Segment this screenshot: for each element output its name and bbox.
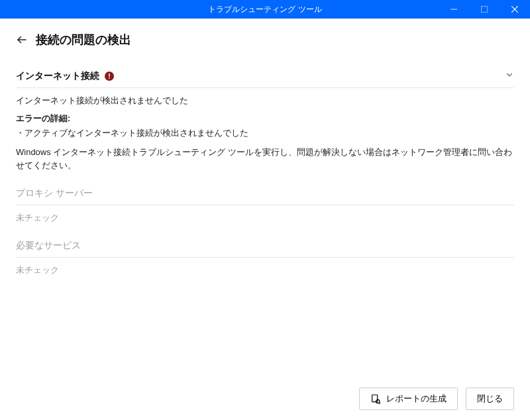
window-controls — [439, 0, 530, 19]
section-proxy: プロキシ サーバー 未チェック — [16, 181, 514, 233]
section-services: 必要なサービス 未チェック — [16, 233, 514, 286]
maximize-button[interactable] — [469, 0, 500, 19]
section-header-proxy[interactable]: プロキシ サーバー — [16, 181, 514, 205]
section-title-services: 必要なサービス — [16, 240, 81, 252]
section-body-internet: インターネット接続が検出されませんでした エラーの詳細: ・アクティブなインター… — [16, 88, 514, 181]
close-button[interactable]: 閉じる — [466, 388, 514, 410]
internet-status-text: インターネット接続が検出されませんでした — [16, 95, 514, 107]
internet-help-text: Windows インターネット接続トラブルシューティング ツールを実行し、問題が… — [16, 146, 514, 172]
close-button-label: 閉じる — [477, 393, 503, 405]
titlebar: トラブルシューティング ツール — [0, 0, 530, 19]
error-badge-icon: ! — [105, 72, 114, 81]
minimize-button[interactable] — [439, 0, 469, 19]
report-icon — [370, 394, 381, 404]
svg-rect-1 — [482, 7, 488, 13]
error-details-label: エラーの詳細: — [16, 113, 514, 125]
proxy-status: 未チェック — [16, 205, 514, 233]
chevron-down-icon — [505, 70, 514, 82]
section-header-internet[interactable]: インターネット接続 ! — [16, 64, 514, 88]
footer: レポートの生成 閉じる — [0, 378, 530, 420]
back-arrow-icon[interactable] — [16, 34, 28, 46]
content-area: 接続の問題の検出 インターネット接続 ! インターネット接続が検出されませんでし… — [0, 19, 530, 378]
generate-report-button[interactable]: レポートの生成 — [359, 388, 458, 410]
page-title: 接続の問題の検出 — [36, 32, 131, 48]
services-status: 未チェック — [16, 258, 514, 286]
section-header-services[interactable]: 必要なサービス — [16, 233, 514, 258]
generate-report-label: レポートの生成 — [386, 393, 447, 405]
page-header: 接続の問題の検出 — [16, 32, 514, 48]
error-bullet-1: ・アクティブなインターネット接続が検出されませんでした — [16, 127, 514, 139]
window-title: トラブルシューティング ツール — [208, 4, 321, 15]
svg-line-7 — [379, 403, 380, 403]
section-title-internet: インターネット接続 — [16, 70, 99, 82]
section-internet: インターネット接続 ! インターネット接続が検出されませんでした エラーの詳細:… — [16, 64, 514, 181]
section-title-proxy: プロキシ サーバー — [16, 187, 93, 199]
close-window-button[interactable] — [500, 0, 530, 19]
